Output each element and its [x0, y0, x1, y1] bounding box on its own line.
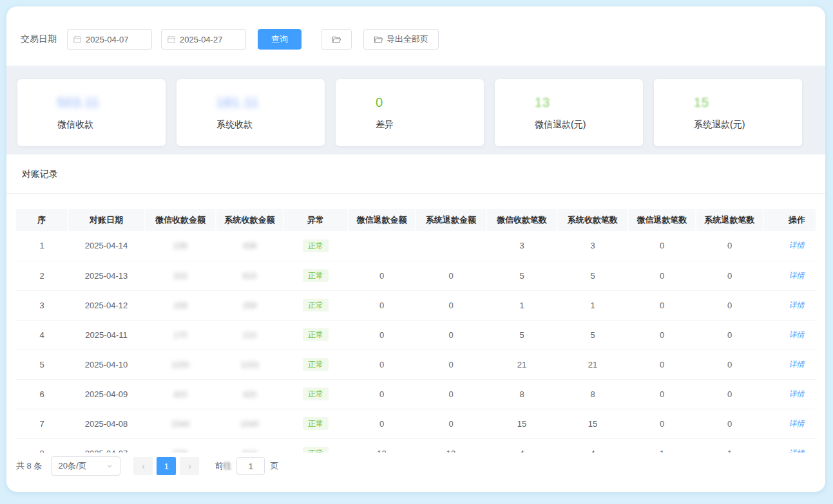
cell-status: 正常 [283, 350, 348, 379]
cell-sys-refund-count: 0 [696, 290, 763, 320]
cell-wx-count: 4 [486, 438, 557, 454]
cell-wx-count: 15 [486, 409, 557, 438]
cell-sys-count: 1 [557, 290, 628, 320]
date-from-input[interactable] [86, 35, 146, 44]
cell-wx-refund-count: 0 [628, 290, 696, 320]
cell-action: 详情 [763, 438, 816, 454]
page-number-1[interactable]: 1 [157, 457, 176, 475]
next-page-button[interactable]: › [180, 457, 199, 475]
cell-sys-refund: 0 [416, 409, 486, 438]
detail-link[interactable]: 详情 [789, 301, 805, 310]
summary-card-value: 15 [694, 93, 796, 111]
cell-action: 详情 [763, 409, 816, 438]
page-size-select[interactable]: 20条/页 [51, 456, 120, 476]
cell-wx-refund-count: 1 [628, 438, 696, 454]
cell-date: 2025-04-08 [68, 409, 145, 438]
date-from-picker[interactable] [67, 29, 152, 50]
detail-link[interactable]: 详情 [789, 360, 805, 369]
cell-date: 2025-04-09 [68, 379, 145, 409]
cell-sys-refund-count: 0 [696, 350, 763, 379]
cell-sys-refund-count: 0 [696, 379, 763, 409]
cell-index: 2 [16, 261, 68, 290]
column-header: 微信退款金额 [348, 209, 416, 231]
cell-index: 4 [16, 320, 68, 350]
export-current-page-button[interactable] [321, 29, 352, 50]
summary-cards-row: 503.11 微信收款 181.11 系统收款 0 差异 13 微信退款(元) … [6, 66, 825, 146]
status-badge: 正常 [303, 299, 329, 312]
cell-wx-refund: 0 [348, 261, 416, 290]
summary-card: 181.11 系统收款 [177, 79, 325, 146]
cell-sys-count: 5 [557, 320, 628, 350]
cell-sys-count: 4 [557, 438, 628, 454]
column-header: 异常 [283, 209, 348, 231]
cell-wx-refund [348, 231, 416, 261]
detail-link[interactable]: 详情 [789, 271, 805, 280]
cell-sys-count: 21 [557, 350, 628, 379]
reconciliation-table: 序对账日期微信收款金额系统收款金额异常微信退款金额系统退款金额微信收款笔数系统收… [16, 209, 816, 454]
query-button[interactable]: 查询 [258, 29, 302, 50]
detail-link[interactable]: 详情 [789, 389, 805, 398]
page-size-value: 20条/页 [58, 460, 86, 472]
cell-wx-refund-count: 0 [628, 261, 696, 290]
summary-card: 0 差异 [336, 79, 484, 146]
column-header: 序 [16, 209, 68, 231]
table-header: 序对账日期微信收款金额系统收款金额异常微信退款金额系统退款金额微信收款笔数系统收… [16, 209, 816, 231]
export-all-label: 导出全部页 [387, 33, 428, 45]
cell-wx-refund: 13 [348, 438, 416, 454]
date-to-picker[interactable] [161, 29, 246, 50]
app-frame: 交易日期 查询 导出全部页 503. [6, 6, 825, 492]
cell-index: 6 [16, 379, 68, 409]
goto-page-input[interactable] [236, 457, 265, 475]
redacted-amount: 1540 [171, 419, 190, 429]
transaction-date-label: 交易日期 [21, 33, 57, 45]
divider [6, 193, 825, 194]
cell-sys-refund: 0 [416, 350, 486, 379]
cell-wx-amount: 170 [145, 320, 216, 350]
cell-sys-amount: 615 [216, 261, 283, 290]
cell-sys-refund: 0 [416, 290, 486, 320]
cell-wx-count: 5 [486, 261, 557, 290]
detail-link[interactable]: 详情 [789, 241, 805, 250]
detail-link[interactable]: 详情 [789, 419, 805, 428]
cell-date: 2025-04-10 [68, 350, 145, 379]
date-to-input[interactable] [180, 35, 240, 44]
redacted-amount: 1150 [171, 360, 189, 369]
redacted-amount: 210 [243, 330, 257, 340]
table-row: 1 2025-04-14 238 438 正常 3 3 0 0 详情 [16, 231, 816, 261]
goto-suffix-label: 页 [270, 460, 278, 472]
redacted-amount: 259 [243, 301, 257, 310]
cell-sys-amount: 438 [216, 231, 283, 261]
cell-sys-refund-count: 0 [696, 261, 763, 290]
table-row: 4 2025-04-11 170 210 正常 0 0 5 5 0 0 详情 [16, 320, 816, 350]
cell-wx-refund: 0 [348, 409, 416, 438]
detail-link[interactable]: 详情 [789, 330, 805, 339]
table-row: 7 2025-04-08 1540 1540 正常 0 0 15 15 0 0 … [16, 409, 816, 438]
export-all-pages-button[interactable]: 导出全部页 [363, 29, 439, 50]
summary-card-value: 13 [535, 93, 637, 111]
prev-page-button[interactable]: ‹ [133, 457, 153, 475]
cell-date: 2025-04-11 [68, 320, 145, 350]
cell-wx-amount: 1150 [145, 350, 216, 379]
table-row: 8 2025-04-07 578 618 正常 13 13 4 4 1 1 详情 [16, 438, 816, 454]
reconciliation-panel: 对账记录 序对账日期微信收款金额系统收款金额异常微信退款金额系统退款金额微信收款… [6, 154, 825, 492]
column-header: 系统退款笔数 [696, 209, 763, 231]
folder-icon [374, 35, 383, 44]
cell-status: 正常 [283, 438, 348, 454]
summary-card-value: 0 [376, 93, 477, 111]
cell-wx-refund-count: 0 [628, 350, 696, 379]
cell-status: 正常 [283, 231, 348, 261]
cell-status: 正常 [283, 379, 348, 409]
cell-sys-refund-count: 0 [696, 409, 763, 438]
cell-index: 3 [16, 290, 68, 320]
redacted-amount: 238 [173, 241, 187, 250]
cell-action: 详情 [763, 320, 816, 350]
cell-action: 详情 [763, 290, 816, 320]
cell-wx-count: 5 [486, 320, 557, 350]
status-badge: 正常 [303, 387, 329, 400]
status-badge: 正常 [303, 417, 329, 430]
calendar-icon [73, 35, 82, 44]
cell-status: 正常 [283, 409, 348, 438]
redacted-amount: 420 [173, 389, 187, 399]
filter-toolbar: 交易日期 查询 导出全部页 [6, 6, 825, 66]
column-header: 微信退款笔数 [628, 209, 696, 231]
